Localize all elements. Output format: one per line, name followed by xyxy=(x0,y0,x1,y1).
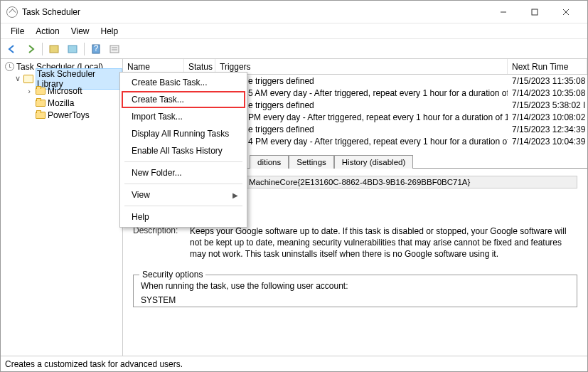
context-menu: Create Basic Task... Create Task... Impo… xyxy=(119,72,247,228)
titlebar: Task Scheduler xyxy=(1,1,587,23)
app-icon xyxy=(6,6,18,18)
collapse-icon[interactable]: ∨ xyxy=(14,74,22,83)
tab-settings[interactable]: Settings xyxy=(289,155,334,169)
toolbar: ? xyxy=(1,39,587,59)
toolbar-action2-button[interactable] xyxy=(64,41,81,57)
ctx-view[interactable]: View▶ xyxy=(122,186,245,203)
menu-view[interactable]: View xyxy=(65,25,95,38)
toolbar-help-button[interactable]: ? xyxy=(87,41,105,57)
library-icon xyxy=(23,75,33,83)
chevron-right-icon: ▶ xyxy=(232,191,238,199)
tree-pane: Task Scheduler (Local) ∨ Task Scheduler … xyxy=(1,59,123,357)
expand-icon[interactable]: › xyxy=(25,87,33,95)
svg-text:?: ? xyxy=(94,43,99,53)
svg-rect-8 xyxy=(110,46,119,53)
toolbar-props-button[interactable] xyxy=(106,41,123,57)
folder-icon xyxy=(36,87,46,95)
tab-conditions[interactable]: ditions xyxy=(250,155,289,169)
toolbar-action1-button[interactable] xyxy=(46,41,63,57)
description-value: Keeps your Google software up to date. I… xyxy=(190,225,577,260)
svg-rect-1 xyxy=(532,9,538,15)
security-legend: Security options xyxy=(139,270,205,280)
menubar: File Action View Help xyxy=(1,23,587,39)
tree-child-mozilla[interactable]: Mozilla xyxy=(1,97,122,109)
tree-child-powertoys[interactable]: PowerToys xyxy=(1,109,122,121)
security-text: When running the task, use the following… xyxy=(141,281,570,291)
tree-library[interactable]: ∨ Task Scheduler Library xyxy=(1,73,122,85)
detail-tabs: ditions Settings History (disabled) xyxy=(244,152,587,169)
location-value: \ xyxy=(190,194,577,204)
author-value xyxy=(190,210,577,220)
back-button[interactable] xyxy=(4,41,21,57)
col-triggers[interactable]: Triggers xyxy=(215,59,508,74)
separator xyxy=(124,184,242,184)
svg-rect-4 xyxy=(50,46,58,53)
tab-history[interactable]: History (disabled) xyxy=(334,155,413,169)
menu-help[interactable]: Help xyxy=(95,25,124,38)
clock-icon xyxy=(5,62,14,71)
statusbar: Creates a customized task for advanced u… xyxy=(1,356,587,371)
minimize-button[interactable] xyxy=(488,1,519,23)
ctx-import-task[interactable]: Import Task... xyxy=(122,108,245,125)
maximize-button[interactable] xyxy=(519,1,550,23)
window-title: Task Scheduler xyxy=(22,7,80,17)
forward-button[interactable] xyxy=(22,41,39,57)
folder-icon xyxy=(36,100,46,107)
col-next[interactable]: Next Run Time xyxy=(508,59,587,74)
separator xyxy=(124,206,242,206)
separator xyxy=(124,161,242,162)
statusbar-text: Creates a customized task for advanced u… xyxy=(5,359,183,369)
ctx-create-basic-task[interactable]: Create Basic Task... xyxy=(122,74,245,91)
menu-action[interactable]: Action xyxy=(30,25,65,38)
description-label: Description: xyxy=(133,225,190,260)
security-options-group: Security options When running the task, … xyxy=(133,275,577,307)
ctx-create-task[interactable]: Create Task... xyxy=(122,91,245,108)
security-user: SYSTEM xyxy=(141,295,570,305)
ctx-display-running[interactable]: Display All Running Tasks xyxy=(122,125,245,142)
ctx-new-folder[interactable]: New Folder... xyxy=(122,164,245,181)
close-button[interactable] xyxy=(550,1,582,23)
ctx-enable-history[interactable]: Enable All Tasks History xyxy=(122,142,245,159)
menu-file[interactable]: File xyxy=(5,25,30,38)
svg-rect-5 xyxy=(68,46,77,53)
ctx-help[interactable]: Help xyxy=(122,208,245,225)
folder-icon xyxy=(36,112,46,119)
task-name-field[interactable]: MachineCore{2E13160C-8862-4BD3-9B16-269B… xyxy=(245,176,577,188)
